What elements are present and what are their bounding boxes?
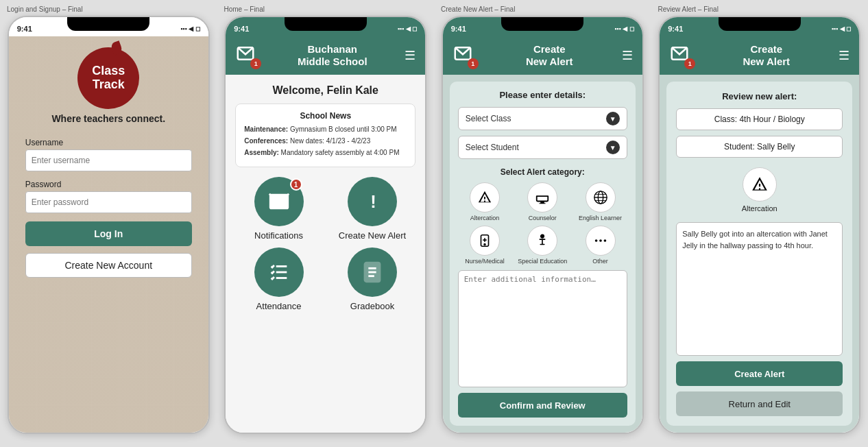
menu-grid: 1 Notifications ! Create New Alert xyxy=(235,177,415,311)
alert-card-title: Please enter details: xyxy=(458,90,627,100)
menu-item-gradebook[interactable]: Gradebook xyxy=(329,247,416,311)
review-header-title: Create New Alert xyxy=(743,43,790,68)
svg-text:!: ! xyxy=(370,192,376,211)
screen-label-4: Review Alert – Final xyxy=(655,5,719,13)
svg-point-20 xyxy=(541,234,544,238)
news-card: School News Maintenance: Gymnasium B clo… xyxy=(235,104,415,167)
status-icons-4: ▪▪▪ ◀ ◻ xyxy=(832,25,852,32)
header-notification-icon[interactable]: 1 xyxy=(235,43,260,68)
home-header: 1 Buchanan Middle School ☰ xyxy=(226,36,425,75)
nurse-circle xyxy=(470,226,500,256)
apple-leaf xyxy=(110,40,123,56)
screen-create-alert-wrapper: Create New Alert – Final 9:41 ▪▪▪ ◀ ◻ 1 … xyxy=(434,0,651,447)
alert-card: Please enter details: Select Class ▼ Sel… xyxy=(450,82,636,426)
svg-point-23 xyxy=(603,239,606,242)
review-hamburger[interactable]: ☰ xyxy=(839,48,849,63)
confirm-review-button[interactable]: Confirm and Review xyxy=(458,393,627,418)
select-class-button[interactable]: Select Class ▼ xyxy=(458,107,627,130)
screen-label-1: Login and Signup – Final xyxy=(4,5,83,13)
status-icons-1: ▪▪▪ ◀ ◻ xyxy=(180,25,200,32)
gradebook-circle[interactable] xyxy=(348,247,397,297)
select-student-arrow: ▼ xyxy=(606,141,620,154)
review-content: Review new alert: Class: 4th Hour / Biol… xyxy=(660,75,859,433)
category-english-learner[interactable]: English Learner xyxy=(573,182,627,221)
screen-review-wrapper: Review Alert – Final 9:41 ▪▪▪ ◀ ◻ 1 Crea… xyxy=(651,0,869,447)
create-alert-button[interactable]: Create Alert xyxy=(676,361,843,386)
notch-home xyxy=(285,17,367,31)
special-ed-label: Special Education xyxy=(518,258,567,265)
nurse-label: Nurse/Medical xyxy=(465,258,505,265)
review-category-circle xyxy=(743,167,777,202)
review-title: Review new alert: xyxy=(676,91,843,101)
screen-label-3: Create New Alert – Final xyxy=(438,5,515,13)
phone-home: 9:41 ▪▪▪ ◀ ◻ 1 Buchanan Middle School ☰ … xyxy=(224,16,426,434)
altercation-circle xyxy=(470,182,500,213)
notifications-circle[interactable]: 1 xyxy=(254,177,304,226)
alert-content: Please enter details: Select Class ▼ Sel… xyxy=(443,75,642,433)
category-counselor[interactable]: Counselor xyxy=(516,182,569,221)
select-student-button[interactable]: Select Student ▼ xyxy=(458,136,627,159)
other-label: Other xyxy=(592,258,608,265)
username-input[interactable] xyxy=(25,149,192,171)
create-alert-header: 1 Create New Alert ☰ xyxy=(443,36,642,75)
english-learner-label: English Learner xyxy=(579,215,622,221)
review-header-icon[interactable]: 1 xyxy=(669,43,694,68)
category-other[interactable]: Other xyxy=(573,226,627,265)
welcome-text: Welcome, Felin Kale xyxy=(235,84,415,97)
category-special-ed[interactable]: Special Education xyxy=(516,226,569,265)
news-item-3: Assembly: Mandatory safety assembly at 4… xyxy=(244,148,407,158)
attendance-circle[interactable] xyxy=(254,247,304,297)
status-icons-2: ▪▪▪ ◀ ◻ xyxy=(398,25,418,32)
login-button[interactable]: Log In xyxy=(25,221,192,246)
news-title: School News xyxy=(244,111,407,121)
phone-login: 9:41 ▪▪▪ ◀ ◻ ClassTrack Where teachers c… xyxy=(8,16,210,434)
menu-item-notifications[interactable]: 1 Notifications xyxy=(235,177,322,241)
create-alert-hamburger[interactable]: ☰ xyxy=(622,48,633,63)
app-name: ClassTrack xyxy=(92,64,125,92)
create-alert-title: Create New Alert xyxy=(526,43,573,68)
category-nurse[interactable]: Nurse/Medical xyxy=(458,226,511,265)
review-category-label: Altercation xyxy=(742,204,777,213)
create-alert-header-icon[interactable]: 1 xyxy=(453,43,477,68)
review-class-field: Class: 4th Hour / Biology xyxy=(676,108,843,130)
menu-item-attendance[interactable]: Attendance xyxy=(235,247,322,311)
additional-info-input[interactable] xyxy=(458,270,627,387)
review-header: 1 Create New Alert ☰ xyxy=(660,36,859,75)
phone-review: 9:41 ▪▪▪ ◀ ◻ 1 Create New Alert ☰ Review… xyxy=(658,16,860,434)
status-time-1: 9:41 xyxy=(17,25,32,33)
phone-create-alert: 9:41 ▪▪▪ ◀ ◻ 1 Create New Alert ☰ Please… xyxy=(442,16,644,434)
create-alert-label: Create New Alert xyxy=(339,230,406,241)
create-account-button[interactable]: Create New Account xyxy=(25,253,192,278)
category-title: Select Alert category: xyxy=(458,167,627,177)
notifications-badge: 1 xyxy=(290,178,302,191)
gradebook-label: Gradebook xyxy=(350,301,394,311)
tagline: Where teachers connect. xyxy=(51,113,165,124)
menu-item-create-alert[interactable]: ! Create New Alert xyxy=(329,177,416,241)
notch-review xyxy=(719,17,801,31)
status-icons-3: ▪▪▪ ◀ ◻ xyxy=(614,25,634,32)
screen-home-wrapper: Home – Final 9:41 ▪▪▪ ◀ ◻ 1 Buchanan Mid… xyxy=(217,0,435,447)
select-class-arrow: ▼ xyxy=(606,112,620,125)
password-input[interactable] xyxy=(25,191,192,213)
create-alert-circle[interactable]: ! xyxy=(348,177,397,226)
status-time-2: 9:41 xyxy=(234,25,249,33)
login-bg: ClassTrack Where teachers connect. Usern… xyxy=(9,36,208,433)
app-logo: ClassTrack xyxy=(77,47,139,109)
notch-create-alert xyxy=(501,17,583,31)
school-name: Buchanan Middle School xyxy=(298,43,367,68)
password-label: Password xyxy=(25,180,62,189)
news-item-2: Conferences: New dates: 4/1/23 - 4/2/23 xyxy=(244,136,407,146)
news-item-1: Maintenance: Gymnasium B closed until 3:… xyxy=(244,125,407,134)
category-altercation[interactable]: Altercation xyxy=(458,182,511,221)
svg-point-19 xyxy=(484,244,485,245)
review-notes: Sally Belly got into an altercation with… xyxy=(676,222,843,356)
special-ed-circle xyxy=(527,226,557,256)
header-badge: 1 xyxy=(250,58,261,69)
hamburger-icon[interactable]: ☰ xyxy=(405,48,415,63)
review-badge: 1 xyxy=(684,58,695,69)
review-card: Review new alert: Class: 4th Hour / Biol… xyxy=(666,82,852,426)
status-time-4: 9:41 xyxy=(668,25,683,33)
return-edit-button[interactable]: Return and Edit xyxy=(676,391,843,416)
svg-point-22 xyxy=(599,239,602,242)
attendance-label: Attendance xyxy=(256,301,302,311)
